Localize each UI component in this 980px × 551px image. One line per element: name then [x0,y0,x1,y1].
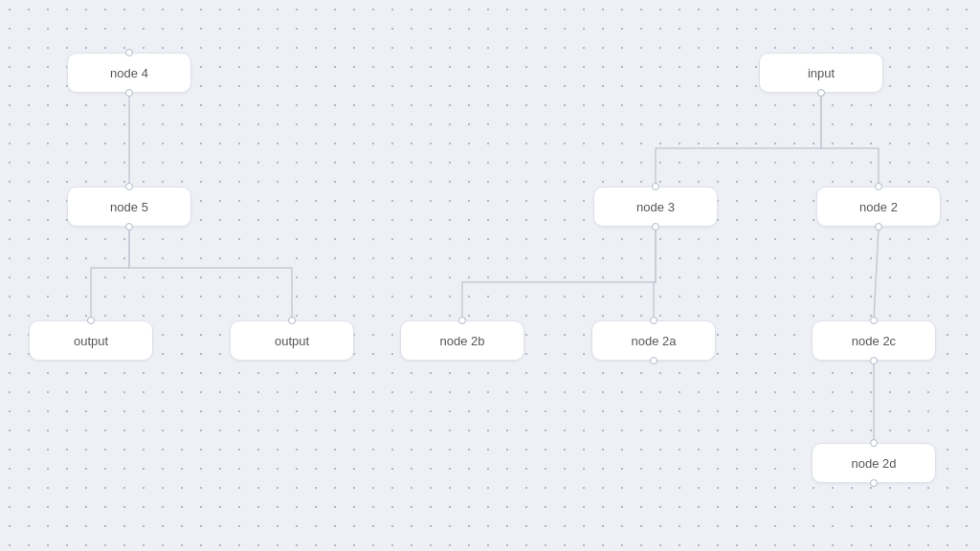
port-bottom-node2a [650,357,657,364]
node-node4[interactable]: node 4 [67,53,191,93]
port-bottom-node2d [870,479,878,487]
port-top-node2d [870,439,878,447]
port-top-node5 [125,183,133,190]
port-top-node2c [870,317,878,324]
node-label-output2: output [275,334,309,348]
node-label-node3: node 3 [636,200,675,214]
port-bottom-input [817,89,825,97]
port-top-node2a [650,317,657,324]
node-node5[interactable]: node 5 [67,187,191,227]
port-top-node4 [125,49,133,56]
node-input[interactable]: input [759,53,883,93]
port-top-output1 [87,317,95,324]
port-bottom-node2c [870,357,878,364]
node-label-input: input [808,66,835,80]
port-bottom-node5 [125,223,133,231]
svg-line-1 [874,227,879,320]
port-bottom-node2 [875,223,882,231]
node-label-node2d: node 2d [852,456,897,471]
node-label-node2: node 2 [859,200,898,214]
node-node2a[interactable]: node 2a [591,320,716,361]
port-bottom-node4 [125,89,133,97]
node-node2[interactable]: node 2 [816,187,941,227]
node-label-node2b: node 2b [440,334,485,348]
port-top-node2b [458,317,466,324]
port-top-output2 [288,317,296,324]
node-node2d[interactable]: node 2d [812,443,936,483]
node-node2b[interactable]: node 2b [400,320,524,361]
port-top-node3 [652,183,659,190]
port-top-node2 [875,183,882,190]
flow-canvas[interactable]: node 4node 5outputoutputinputnode 3node … [0,0,980,551]
node-node3[interactable]: node 3 [593,187,718,227]
node-output2[interactable]: output [230,320,354,361]
node-label-output1: output [74,334,108,348]
node-label-node2a: node 2a [632,334,677,348]
node-label-node5: node 5 [110,200,148,214]
port-bottom-node3 [652,223,659,231]
node-node2c[interactable]: node 2c [812,320,936,361]
node-label-node4: node 4 [110,66,148,80]
node-label-node2c: node 2c [852,334,896,348]
node-output1[interactable]: output [29,320,153,361]
